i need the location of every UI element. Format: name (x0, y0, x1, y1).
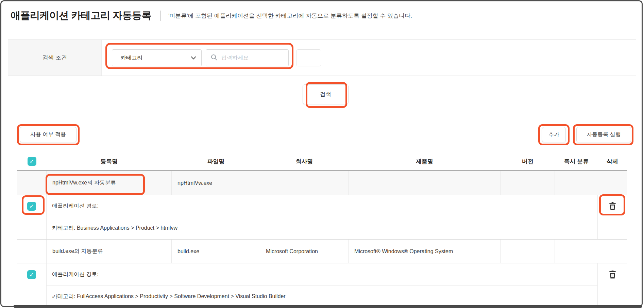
trash-icon (608, 207, 617, 212)
group1-check-spacer (17, 171, 47, 195)
title-divider (160, 11, 161, 21)
company-name: Microsoft Corporation (260, 240, 349, 263)
category-row: 카테고리: FullAccess Applications > Producti… (47, 286, 598, 308)
header-checkbox-cell: ✓ (17, 157, 47, 166)
trash-icon (608, 275, 617, 280)
search-type-value: 카테고리 (121, 54, 142, 62)
version (501, 240, 555, 263)
header-product: 제품명 (349, 158, 501, 165)
search-content: 카테고리 (102, 40, 636, 76)
auto-register-table: ✓ 등록명 파일명 회사명 제품명 버전 즉시 분류 삭제 npHtmlVw.e… (17, 152, 627, 308)
select-all-checkbox[interactable]: ✓ (28, 157, 36, 166)
search-type-select[interactable]: 카테고리 (112, 49, 202, 66)
header-company: 회사명 (260, 158, 349, 165)
application-path-row: 애플리케이션 경로: (47, 263, 598, 286)
header-name: 등록명 (47, 158, 172, 165)
delete-button[interactable] (608, 201, 617, 212)
search-condition-label: 검색 조건 (8, 40, 102, 76)
add-button[interactable]: 추가 (542, 127, 566, 142)
bottom-divider (14, 305, 642, 308)
group1-checkbox-cell: ✓ (17, 195, 47, 239)
group2-delete-spacer (598, 240, 627, 263)
group1-delete-spacer (598, 171, 627, 195)
group2-checkbox-cell: ✓ (17, 263, 47, 308)
search-input[interactable] (221, 54, 280, 61)
registration-name: npHtmlVw.exe의 자동분류 (47, 171, 172, 195)
search-input-wrap (206, 49, 289, 66)
product-name (349, 171, 501, 195)
header-file: 파일명 (172, 158, 260, 165)
application-path-row: 애플리케이션 경로: (47, 195, 598, 217)
file-name: build.exe (172, 240, 260, 263)
registration-name: build.exe의 자동분류 (47, 240, 172, 263)
chevron-down-icon (191, 55, 196, 61)
product-name: Microsoft® Windows® Operating System (349, 240, 501, 263)
group2-main-row: build.exe의 자동분류 build.exe Microsoft Corp… (47, 240, 598, 263)
check-icon: ✓ (29, 203, 34, 210)
check-icon: ✓ (29, 158, 34, 165)
row-checkbox[interactable]: ✓ (27, 202, 36, 211)
table-row-group: build.exe의 자동분류 build.exe Microsoft Corp… (17, 240, 627, 308)
table-header-row: ✓ 등록명 파일명 회사명 제품명 버전 즉시 분류 삭제 (17, 152, 627, 171)
file-name: npHtmlVw.exe (172, 171, 260, 195)
table-row-group: npHtmlVw.exe의 자동분류 npHtmlVw.exe ✓ 애플리케이션… (17, 171, 627, 240)
apply-usage-button[interactable]: 사용 여부 적용 (20, 127, 77, 142)
delete-button[interactable] (608, 270, 617, 280)
version (501, 171, 555, 195)
group2-check-spacer (17, 240, 47, 263)
top-bar: 애플리케이션 카테고리 자동등록 '미분류'에 포함된 애플리케이션을 선택한 … (1, 1, 643, 30)
auto-register-run-button[interactable]: 자동등록 실행 (576, 127, 631, 142)
row-checkbox[interactable]: ✓ (27, 270, 36, 279)
group2-delete-cell (598, 263, 627, 308)
search-panel: 검색 조건 카테고리 (8, 39, 636, 76)
header-version: 버전 (501, 158, 555, 165)
group1-delete-cell (598, 195, 627, 239)
instant-classify (555, 171, 598, 195)
header-instant-classify: 즉시 분류 (555, 158, 598, 165)
instant-classify (555, 240, 598, 263)
header-delete: 삭제 (598, 158, 627, 165)
check-icon: ✓ (29, 271, 34, 278)
secondary-filter-box (296, 49, 321, 66)
search-icon (211, 54, 217, 62)
category-row: 카테고리: Business Applications > Product > … (47, 217, 598, 239)
search-button[interactable]: 검색 (303, 84, 349, 104)
group1-main-row: npHtmlVw.exe의 자동분류 npHtmlVw.exe (47, 171, 598, 195)
page-subtitle: '미분류'에 포함된 애플리케이션을 선택한 카테고리에 자동으로 분류하도록 … (168, 12, 412, 20)
company-name (260, 171, 349, 195)
page-title: 애플리케이션 카테고리 자동등록 (11, 9, 151, 22)
